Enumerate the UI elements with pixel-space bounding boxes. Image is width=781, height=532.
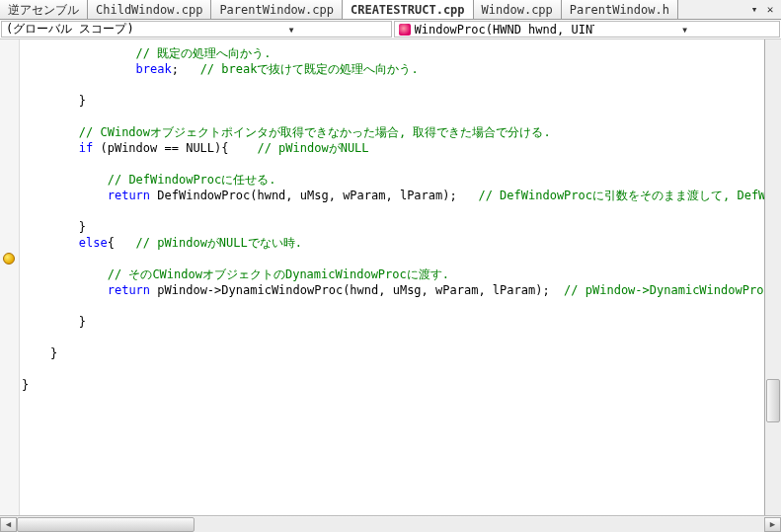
- document-tab[interactable]: ParentWindow.h: [562, 0, 678, 20]
- chevron-down-icon: ▾: [196, 23, 387, 37]
- scope-right-label: WindowProc(HWND hwnd, UINT uMsg, WPARAM …: [415, 23, 595, 37]
- code-editor[interactable]: // 既定の処理へ向かう. break; // breakで抜けて既定の処理へ向…: [20, 39, 775, 515]
- function-icon: [399, 24, 411, 36]
- document-tab[interactable]: 逆アセンブル: [0, 0, 88, 20]
- scope-dropdown-left[interactable]: (グローバル スコープ) ▾: [1, 21, 392, 38]
- tab-controls: ▾ ✕: [747, 3, 781, 17]
- breakpoint-marker[interactable]: [3, 253, 15, 265]
- horizontal-scrollbar[interactable]: ◀ ▶: [0, 515, 781, 532]
- scroll-track[interactable]: [17, 517, 764, 532]
- vertical-scrollbar[interactable]: [764, 39, 781, 515]
- scope-dropdown-right[interactable]: WindowProc(HWND hwnd, UINT uMsg, WPARAM …: [394, 21, 781, 38]
- document-tab[interactable]: ParentWindow.cpp: [211, 0, 343, 20]
- scroll-left-arrow[interactable]: ◀: [0, 517, 17, 532]
- scroll-right-arrow[interactable]: ▶: [764, 517, 781, 532]
- document-tab[interactable]: Window.cpp: [474, 0, 562, 20]
- tab-overflow-dropdown[interactable]: ▾: [747, 3, 761, 17]
- chevron-down-icon: ▾: [594, 23, 775, 37]
- document-tab[interactable]: CREATESTRUCT.cpp: [343, 0, 474, 20]
- vertical-scroll-thumb[interactable]: [766, 379, 780, 422]
- scope-left-label: (グローバル スコープ): [6, 21, 196, 38]
- editor-gutter[interactable]: [0, 39, 20, 515]
- editor-area: // 既定の処理へ向かう. break; // breakで抜けて既定の処理へ向…: [0, 39, 781, 532]
- scope-bar: (グローバル スコープ) ▾ WindowProc(HWND hwnd, UIN…: [0, 20, 781, 39]
- tab-close-button[interactable]: ✕: [763, 3, 777, 17]
- document-tabbar: 逆アセンブルChildWindow.cppParentWindow.cppCRE…: [0, 0, 781, 20]
- document-tab[interactable]: ChildWindow.cpp: [88, 0, 211, 20]
- scroll-thumb[interactable]: [17, 517, 195, 532]
